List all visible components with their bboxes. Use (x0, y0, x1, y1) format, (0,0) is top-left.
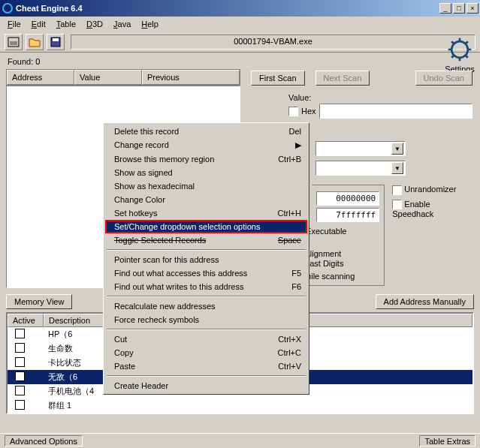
ctx-recalc[interactable]: Recalculate new addresses (105, 299, 307, 313)
col-active[interactable]: Active (8, 314, 44, 327)
chevron-down-icon: ▼ (391, 143, 403, 155)
menu-d3d[interactable]: D3D (82, 18, 107, 30)
value-label: Value: (288, 93, 472, 102)
statusbar: Advanced Options Table Extras (0, 433, 480, 448)
ctx-pointer-scan[interactable]: Pointer scan for this address (105, 253, 307, 266)
menu-edit[interactable]: Edit (27, 18, 50, 30)
separator (107, 329, 306, 330)
svg-rect-2 (10, 41, 17, 45)
ctx-browse[interactable]: Browse this memory regionCtrl+B (105, 152, 307, 166)
menu-file[interactable]: File (3, 18, 26, 30)
separator (107, 296, 306, 297)
add-address-button[interactable]: Add Address Manually (376, 294, 474, 309)
speedhack-checkbox[interactable] (392, 200, 402, 209)
undo-scan-button: Undo Scan (415, 71, 472, 86)
ctx-copy[interactable]: CopyCtrl+C (105, 346, 307, 359)
ctx-delete[interactable]: Delete this recordDel (105, 125, 307, 138)
active-checkbox[interactable] (15, 386, 25, 395)
results-header: Address Value Previous (6, 69, 240, 86)
ctx-create-header[interactable]: Create Header (105, 379, 307, 392)
table-row[interactable]: 群组 1 (8, 398, 472, 413)
stop-address-input[interactable] (316, 208, 379, 222)
process-path: 00001794-VBAM.exe (71, 35, 475, 50)
open-file-button[interactable] (26, 34, 44, 50)
table-extras[interactable]: Table Extras (419, 435, 475, 446)
chevron-down-icon: ▼ (391, 162, 403, 174)
menu-java[interactable]: Java (109, 18, 135, 30)
minimize-button[interactable]: _ (439, 3, 451, 14)
menu-help[interactable]: Help (137, 18, 163, 30)
start-address-input[interactable] (316, 191, 379, 206)
separator (107, 375, 306, 377)
save-button[interactable] (47, 34, 65, 50)
app-icon (2, 2, 14, 14)
titlebar[interactable]: Cheat Engine 6.4 _ □ × (0, 0, 480, 17)
close-button[interactable]: × (466, 3, 478, 14)
active-checkbox[interactable] (15, 357, 25, 367)
ctx-hex[interactable]: Show as hexadecimal (105, 179, 307, 193)
svg-point-0 (3, 4, 12, 13)
ctx-find-writes[interactable]: Find out what writes to this addressF6 (105, 280, 307, 293)
separator (107, 249, 306, 251)
scan-type-dropdown[interactable]: ▼ (315, 141, 406, 156)
svg-rect-4 (53, 38, 59, 41)
ctx-toggle[interactable]: Toggle Selected RecordsSpace (105, 233, 307, 247)
ctx-dropdown-options[interactable]: Set/Change dropdown selection options (105, 220, 307, 233)
ctx-cut[interactable]: CutCtrl+X (105, 332, 307, 346)
col-previous[interactable]: Previous (142, 70, 240, 85)
ctx-hotkeys[interactable]: Set hotkeysCtrl+H (105, 206, 307, 220)
context-menu: Delete this recordDel Change record▶ Bro… (103, 122, 309, 395)
ctx-find-access[interactable]: Find out what accesses this addressF5 (105, 266, 307, 280)
menu-table[interactable]: Table (52, 18, 80, 30)
open-process-button[interactable] (5, 34, 23, 50)
hex-label: Hex (301, 107, 316, 116)
next-scan-button: Next Scan (315, 71, 370, 86)
toolbar: 00001794-VBAM.exe (0, 32, 480, 53)
ctx-recheck[interactable]: Force recheck symbols (105, 313, 307, 326)
found-count: Found: 0 (8, 57, 474, 66)
unrandomizer-checkbox[interactable] (392, 185, 402, 195)
submenu-arrow-icon: ▶ (295, 140, 301, 150)
menubar: File Edit Table D3D Java Help (0, 17, 480, 32)
window-title: Cheat Engine 6.4 (16, 4, 439, 13)
value-input[interactable] (319, 104, 472, 119)
active-checkbox[interactable] (15, 343, 25, 353)
maximize-button[interactable]: □ (453, 3, 465, 14)
value-type-dropdown[interactable]: ▼ (315, 161, 406, 176)
col-address[interactable]: Address (7, 70, 74, 85)
ctx-signed[interactable]: Show as signed (105, 166, 307, 179)
active-checkbox[interactable] (15, 329, 25, 338)
ctx-color[interactable]: Change Color (105, 193, 307, 206)
advanced-options[interactable]: Advanced Options (5, 435, 83, 446)
first-scan-button[interactable]: First Scan (251, 71, 305, 86)
active-checkbox[interactable] (15, 400, 25, 410)
ctx-change-record[interactable]: Change record▶ (105, 138, 307, 152)
memory-view-button[interactable]: Memory View (6, 294, 72, 309)
ctx-paste[interactable]: PasteCtrl+V (105, 359, 307, 373)
active-checkbox[interactable] (15, 371, 25, 381)
col-value[interactable]: Value (74, 70, 142, 85)
hex-checkbox[interactable] (288, 107, 298, 116)
